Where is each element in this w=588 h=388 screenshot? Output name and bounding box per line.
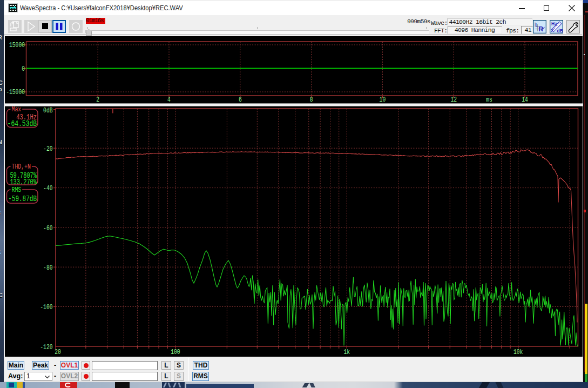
svg-text:-80: -80 <box>43 263 52 271</box>
svg-text:20: 20 <box>55 348 61 356</box>
svg-text:-59.87dB: -59.87dB <box>8 194 37 203</box>
svg-text:-15000: -15000 <box>6 88 25 96</box>
svg-text:12: 12 <box>450 96 457 104</box>
svg-text:14: 14 <box>522 96 528 104</box>
svg-text:-100: -100 <box>40 303 52 311</box>
svg-text:THD,+N: THD,+N <box>12 163 31 171</box>
svg-text:6: 6 <box>239 96 242 104</box>
svg-text:-40: -40 <box>43 184 52 192</box>
svg-text:0dB: 0dB <box>43 106 52 115</box>
svg-text:-20: -20 <box>43 144 52 152</box>
svg-text:15000: 15000 <box>9 41 25 49</box>
svg-text:100: 100 <box>171 348 180 356</box>
svg-text:-64.53dB: -64.53dB <box>8 119 37 128</box>
svg-text:133.270%: 133.270% <box>10 178 37 186</box>
svg-text:8: 8 <box>310 96 313 104</box>
svg-text:4: 4 <box>167 96 171 104</box>
svg-text:Hz: Hz <box>551 21 557 26</box>
svg-text:0: 0 <box>22 64 25 72</box>
svg-text:dB: dB <box>557 28 563 34</box>
svg-text:RMS: RMS <box>12 186 22 194</box>
svg-text:1k: 1k <box>344 348 350 356</box>
svg-text:-60: -60 <box>43 224 52 232</box>
svg-text:-120: -120 <box>40 343 52 351</box>
svg-text:10: 10 <box>380 96 386 104</box>
svg-text:10k: 10k <box>513 348 523 356</box>
svg-text:ms: ms <box>486 96 492 104</box>
svg-text:2: 2 <box>96 96 99 104</box>
svg-text:L: L <box>536 22 538 28</box>
